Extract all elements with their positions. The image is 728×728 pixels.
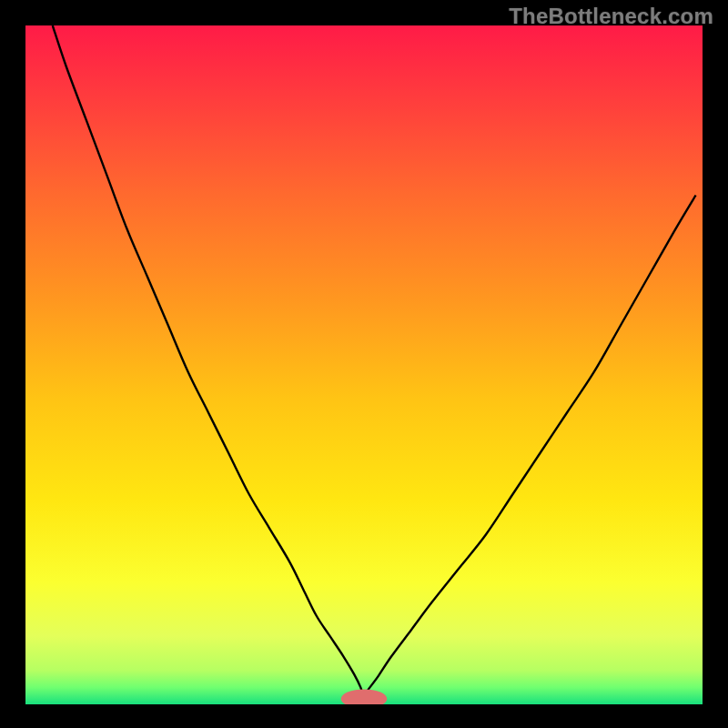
plot-area xyxy=(25,25,703,704)
gradient-background xyxy=(25,25,703,704)
watermark-text: TheBottleneck.com xyxy=(509,4,713,29)
outer-frame: TheBottleneck.com xyxy=(0,0,728,728)
chart-svg xyxy=(25,25,703,704)
